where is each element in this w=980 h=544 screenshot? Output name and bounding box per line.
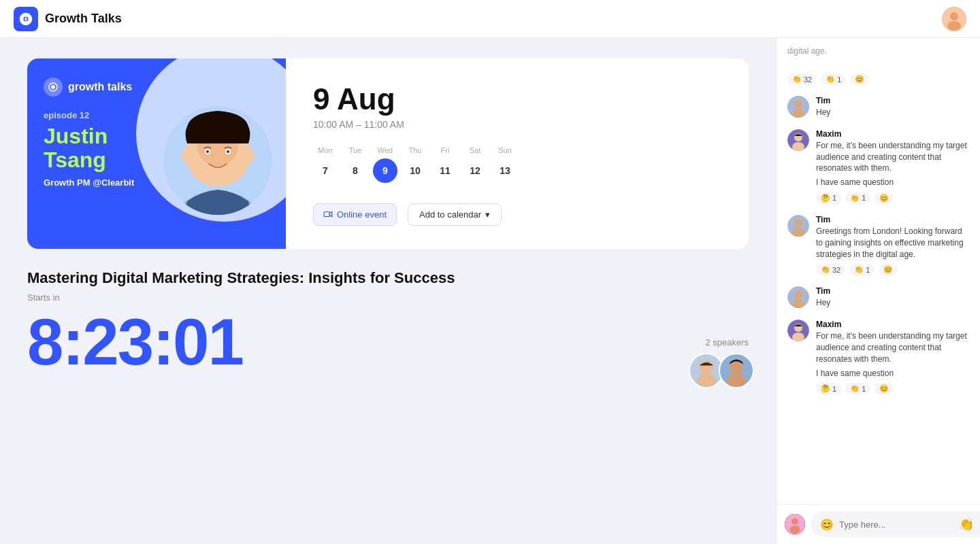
svg-point-18 [727, 373, 746, 388]
chat-username: Tim [816, 215, 969, 224]
chat-message: Maxim For me, it's been understanding my… [787, 129, 969, 204]
countdown-timer: 8:23:01 [27, 309, 749, 375]
right-panel: digital age. 👏32 👏1 😊 [776, 38, 980, 544]
calendar-day[interactable]: Fri11 [433, 146, 457, 183]
chat-text: Hey [816, 297, 830, 309]
chat-avatar-etienne [787, 129, 809, 151]
video-icon [323, 209, 333, 219]
reaction-clap2[interactable]: 👏1 [821, 73, 846, 85]
emoji-button[interactable]: 😊 [820, 518, 834, 531]
session-title: Mastering Digital Marketing Strategies: … [27, 269, 749, 287]
left-panel: growth talks episode 12 Justin Tsang Gro… [0, 38, 776, 544]
chat-message: Tim Hey [787, 286, 969, 309]
reaction[interactable]: 😊 [875, 192, 894, 204]
event-card: growth talks episode 12 Justin Tsang Gro… [27, 58, 749, 249]
chat-username: Maxim [816, 320, 969, 329]
banner-logo: growth talks [44, 78, 270, 97]
chat-input-avatar [785, 514, 805, 534]
calendar-week: Mon7Tue8Wed9Thu10Fri11Sat12Sun13 [313, 146, 517, 183]
speaker-role: Growth PM @Clearbit [44, 177, 270, 188]
add-to-calendar-button[interactable]: Add to calendar ▾ [408, 203, 502, 226]
svg-point-29 [794, 290, 802, 299]
chat-message: Tim Hey [787, 96, 969, 118]
event-date: 9 Aug [313, 82, 517, 116]
chat-body: Tim Hey [816, 286, 830, 309]
event-banner: growth talks episode 12 Justin Tsang Gro… [27, 58, 286, 249]
calendar-day[interactable]: Sun13 [493, 146, 517, 183]
speakers-info: 2 speakers [689, 337, 749, 388]
header-left: Growth Talks [14, 7, 122, 31]
user-avatar[interactable] [942, 7, 966, 31]
reaction[interactable]: 😊 [875, 383, 894, 394]
session-info: Mastering Digital Marketing Strategies: … [27, 269, 749, 388]
chat-input[interactable] [839, 520, 953, 530]
reaction-smiley[interactable]: 😊 [879, 264, 898, 275]
chat-reactions: 🤔1 👏1 😊 [816, 192, 969, 204]
chat-avatar-tim [787, 96, 809, 118]
speakers-count-label: 2 speakers [705, 337, 749, 347]
reaction[interactable]: 👏1 [845, 383, 870, 394]
chat-reactions-top: 👏32 👏1 😊 [787, 73, 969, 85]
chat-text: Hey [816, 107, 830, 118]
chat-reactions: 🤔1 👏1 😊 [816, 383, 969, 394]
chat-text: For me, it's been understanding my targe… [816, 330, 969, 364]
chat-body: Maxim For me, it's been understanding my… [816, 129, 969, 204]
reaction[interactable]: 👏1 [845, 192, 870, 204]
main-content: growth talks episode 12 Justin Tsang Gro… [0, 38, 980, 544]
chat-messages: digital age. 👏32 👏1 😊 [777, 38, 980, 504]
reaction-clap-1[interactable]: 👏1 [849, 264, 875, 275]
chat-input-area: 😊 👏 😂 🔥 [777, 504, 980, 544]
speaker-name: Justin Tsang [44, 124, 270, 172]
chat-username: Maxim [816, 129, 969, 139]
speakers-row [689, 353, 749, 388]
chat-text: For me, it's been understanding my targe… [816, 140, 969, 174]
calendar-day[interactable]: Mon7 [313, 146, 338, 183]
chat-text-2: I have same question [816, 177, 969, 188]
chat-message: Tim Greetings from London! Looking forwa… [787, 215, 969, 275]
calendar-day[interactable]: Wed9 [373, 146, 397, 183]
online-badge: Online event [313, 203, 397, 226]
chevron-down-icon: ▾ [485, 209, 490, 220]
svg-point-15 [697, 373, 716, 388]
event-details: 9 Aug 10:00 AM – 11:00 AM Mon7Tue8Wed9Th… [286, 58, 544, 249]
chat-input-wrapper: 😊 👏 😂 🔥 [811, 511, 980, 537]
chat-reactions: 👏32 👏1 😊 [816, 264, 969, 275]
chat-text: Greetings from London! Looking forward t… [816, 226, 969, 260]
partial-message: digital age. [787, 46, 969, 58]
chat-body: Maxim For me, it's been understanding my… [816, 320, 969, 394]
clap-button[interactable]: 👏 [959, 517, 974, 532]
svg-point-26 [794, 219, 802, 227]
chat-text-2: I have same question [816, 368, 969, 379]
episode-label: episode 12 [44, 110, 270, 120]
chat-avatar-etienne2 [787, 320, 809, 341]
svg-point-37 [789, 526, 800, 534]
chat-body: Tim Hey [816, 96, 830, 118]
svg-point-2 [947, 21, 961, 31]
chat-message: Maxim For me, it's been understanding my… [787, 320, 969, 394]
svg-point-36 [791, 518, 798, 525]
svg-point-14 [700, 360, 713, 373]
svg-point-20 [794, 100, 802, 108]
chat-username: Tim [816, 96, 830, 105]
speaker-avatar-2[interactable] [719, 353, 754, 388]
calendar-day[interactable]: Tue8 [343, 146, 368, 183]
chat-body: Tim Greetings from London! Looking forwa… [816, 215, 969, 275]
reaction-smile[interactable]: 😊 [850, 73, 869, 85]
reaction[interactable]: 🤔1 [816, 383, 841, 394]
starts-in-label: Starts in [27, 292, 749, 303]
event-time: 10:00 AM – 11:00 AM [313, 119, 517, 130]
header: Growth Talks [0, 0, 980, 38]
svg-rect-12 [324, 212, 329, 217]
calendar-day[interactable]: Thu10 [403, 146, 427, 183]
chat-username: Tim [816, 286, 830, 296]
reaction-clap-32[interactable]: 👏32 [816, 264, 845, 275]
svg-point-1 [950, 12, 958, 20]
reaction-clap[interactable]: 👏32 [787, 73, 817, 85]
banner-logo-icon [44, 78, 63, 97]
calendar-day[interactable]: Sat12 [463, 146, 487, 183]
chat-avatar-tim2 [787, 215, 809, 237]
app-logo [14, 7, 38, 31]
chat-avatar-tim3 [787, 286, 809, 308]
reaction[interactable]: 🤔1 [816, 192, 841, 204]
event-actions: Online event Add to calendar ▾ [313, 203, 517, 226]
